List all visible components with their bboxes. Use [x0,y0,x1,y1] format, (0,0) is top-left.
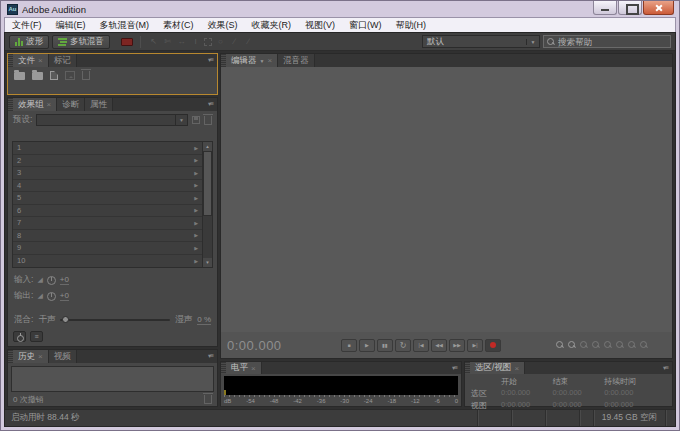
razor-tool-icon[interactable]: ✄ [162,37,173,46]
tab-levels[interactable]: 电平 × [226,362,262,374]
selection-duration-value[interactable]: 0:00.000 [604,388,666,399]
slip-tool-icon[interactable]: ↔ [176,37,187,46]
input-gain-knob[interactable] [47,276,56,285]
input-gain-value[interactable]: +0 [60,275,69,285]
menu-item-edit[interactable]: 编辑(E) [49,18,93,32]
menu-item-window[interactable]: 窗口(W) [342,18,389,32]
effect-slot-9[interactable]: 9▶ [13,242,202,255]
slot-arrow-icon[interactable]: ▶ [194,157,198,163]
zoom-in-amplitude-icon[interactable] [580,341,588,349]
close-icon[interactable]: × [267,56,272,65]
zoom-selection-left-icon[interactable] [616,341,624,349]
pause-button[interactable]: ▮▮ [377,339,393,352]
zoom-to-selection-icon[interactable] [640,341,648,349]
scrollbar-track[interactable] [203,216,212,258]
minimize-button[interactable] [593,1,617,15]
zoom-out-time-icon[interactable] [568,341,576,349]
stop-button[interactable]: ■ [341,339,357,352]
effects-list-icon[interactable]: ≡ [30,331,43,342]
panel-menu-icon[interactable]: ▾≡ [208,98,217,111]
menu-item-help[interactable]: 帮助(H) [389,18,434,32]
preset-dropdown[interactable]: ▼ [36,114,188,126]
mix-slider-handle[interactable] [62,316,69,323]
slot-arrow-icon[interactable]: ▶ [194,220,198,226]
loop-playback-button[interactable]: ↻ [395,339,411,352]
tab-mixer[interactable]: 混音器 [278,54,315,67]
effect-slot-10[interactable]: 10▶ [13,255,202,268]
slot-arrow-icon[interactable]: ▶ [194,245,198,251]
scroll-up-icon[interactable]: ▲ [203,142,212,151]
new-file-icon[interactable] [50,71,58,80]
output-gain-knob[interactable] [47,292,56,301]
scroll-down-icon[interactable]: ▼ [203,258,212,267]
menu-item-clip[interactable]: 素材(C) [156,18,201,32]
zoom-full-icon[interactable] [604,341,612,349]
tab-history[interactable]: 历史 × [13,350,49,363]
power-icon[interactable] [13,331,26,342]
panel-menu-icon[interactable]: ▾≡ [452,362,461,374]
close-icon[interactable]: × [38,352,43,361]
menu-item-view[interactable]: 视图(V) [298,18,342,32]
scrollbar-thumb[interactable] [203,151,212,216]
chevron-down-icon[interactable]: ▼ [175,115,187,125]
play-button[interactable]: ▶ [359,339,375,352]
history-list[interactable] [11,366,214,392]
close-icon[interactable]: × [251,364,256,373]
chevron-down-icon[interactable]: ▼ [260,58,265,64]
import-file-icon[interactable] [32,72,43,80]
effect-slot-5[interactable]: 5▶ [13,192,202,205]
panel-menu-icon[interactable]: ▾≡ [208,350,217,363]
zoom-selection-right-icon[interactable] [628,341,636,349]
time-selection-tool-icon[interactable]: I [190,37,201,46]
menu-item-effects[interactable]: 效果(S) [201,18,245,32]
output-gain-value[interactable]: +0 [60,291,69,301]
close-icon[interactable]: × [47,100,52,109]
search-input[interactable] [558,37,667,47]
open-file-icon[interactable] [14,72,25,80]
selection-end-value[interactable]: 0:00.000 [553,388,605,399]
lasso-selection-tool-icon[interactable]: ○ [215,37,226,46]
move-tool-icon[interactable]: ↖ [148,37,159,46]
effect-slot-7[interactable]: 7▶ [13,217,202,230]
slot-arrow-icon[interactable]: ▶ [194,170,198,176]
marquee-selection-tool-icon[interactable] [204,38,212,46]
effect-slot-1[interactable]: 1▶ [13,142,202,155]
fast-forward-button[interactable]: ▶▶ [449,339,465,352]
spot-healing-brush-tool-icon[interactable]: ∕ [243,37,254,46]
tab-diagnostics[interactable]: 诊断 [57,98,85,111]
slot-scrollbar[interactable]: ▲ ▼ [202,142,212,267]
rewind-button[interactable]: ◀◀ [431,339,447,352]
effect-slot-2[interactable]: 2▶ [13,155,202,168]
chevron-down-icon[interactable]: ▼ [526,39,539,45]
panel-menu-icon[interactable]: ▾≡ [208,54,217,67]
tab-files[interactable]: 文件 × [13,54,49,67]
slot-arrow-icon[interactable]: ▶ [194,258,198,264]
tab-editor[interactable]: 编辑器 ▼ × [226,54,278,67]
maximize-button[interactable] [618,1,642,15]
slot-arrow-icon[interactable]: ▶ [194,182,198,188]
selection-start-value[interactable]: 0:00.000 [501,388,553,399]
help-search-box[interactable] [543,35,671,48]
menu-item-favorites[interactable]: 收藏夹(R) [245,18,299,32]
effect-slot-4[interactable]: 4▶ [13,180,202,193]
close-icon[interactable]: × [514,364,519,373]
close-icon[interactable]: × [38,56,43,65]
zoom-out-amplitude-icon[interactable] [592,341,600,349]
close-button[interactable] [643,1,674,15]
waveform-view-button[interactable]: 波形 [9,35,49,49]
mix-slider[interactable] [60,319,170,321]
menu-item-multitrack[interactable]: 多轨混音(M) [93,18,157,32]
wet-percent-value[interactable]: 0 % [197,315,211,325]
tab-selection-view[interactable]: 选区/视图 × [470,362,525,374]
record-button[interactable] [485,339,501,352]
slot-arrow-icon[interactable]: ▶ [194,145,198,151]
slot-arrow-icon[interactable]: ▶ [194,207,198,213]
go-to-start-button[interactable]: |◀ [413,339,429,352]
slot-arrow-icon[interactable]: ▶ [194,232,198,238]
effect-slot-8[interactable]: 8▶ [13,230,202,243]
panel-menu-icon[interactable]: ▾≡ [663,362,672,374]
tab-markers[interactable]: 标记 [49,54,77,67]
slot-arrow-icon[interactable]: ▶ [194,195,198,201]
go-to-end-button[interactable]: ▶| [467,339,483,352]
tab-effects-rack[interactable]: 效果组 × [13,98,57,111]
